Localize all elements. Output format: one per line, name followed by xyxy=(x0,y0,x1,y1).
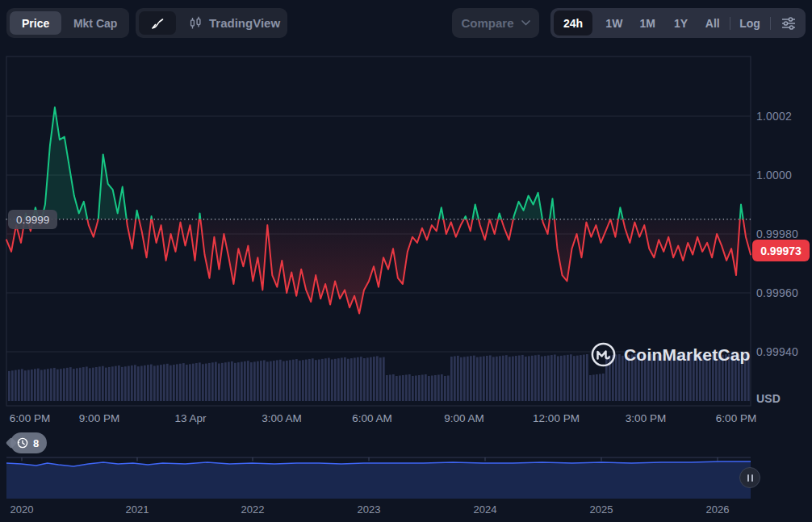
chart-settings-button[interactable] xyxy=(772,17,806,30)
metric-toggle: Price Mkt Cap xyxy=(6,8,129,38)
history-count: 8 xyxy=(33,437,39,449)
y-axis-tick: 0.99960 xyxy=(756,286,798,299)
history-count-badge[interactable]: 8 xyxy=(10,432,47,453)
y-axis-unit: USD xyxy=(756,392,781,405)
line-chart-type-button[interactable] xyxy=(139,11,176,35)
divider xyxy=(730,17,730,30)
chart-type-toggle: TradingView xyxy=(136,8,287,38)
sliders-icon xyxy=(781,17,796,30)
history-scrubber[interactable] xyxy=(6,457,751,499)
x-axis-tick: 3:00 PM xyxy=(626,412,666,424)
candlestick-icon xyxy=(189,16,203,30)
x-axis-tick: 6:00 PM xyxy=(10,412,50,424)
log-scale-toggle[interactable]: Log xyxy=(731,17,768,30)
x-axis-tick: 13 Apr xyxy=(174,412,206,424)
compare-label: Compare xyxy=(461,16,513,30)
watermark: CoinMarketCap xyxy=(590,341,751,368)
scrubber-drag-handle[interactable] xyxy=(739,467,760,488)
x-axis-tick: 6:00 AM xyxy=(352,412,392,424)
range-tab-all[interactable]: All xyxy=(697,17,727,30)
x-axis-tick: 3:00 AM xyxy=(262,412,302,424)
year-label: 2024 xyxy=(474,503,497,516)
clock-history-icon xyxy=(16,436,29,449)
year-label: 2026 xyxy=(706,503,730,516)
range-tab-1m[interactable]: 1M xyxy=(631,17,664,30)
y-axis-tick: 0.99980 xyxy=(756,228,798,240)
reference-price-badge: 0.9999 xyxy=(8,210,57,229)
y-axis-tick: 1.0002 xyxy=(756,110,792,123)
price-toggle-button[interactable]: Price xyxy=(10,11,61,35)
tradingview-label: TradingView xyxy=(209,16,280,30)
year-label: 2020 xyxy=(10,503,34,516)
year-label: 2023 xyxy=(358,503,381,516)
line-chart-icon xyxy=(150,16,165,31)
pause-bars-icon xyxy=(747,474,749,482)
year-label: 2021 xyxy=(126,503,149,516)
x-axis-tick: 12:00 PM xyxy=(533,412,580,424)
mktcap-toggle-button[interactable]: Mkt Cap xyxy=(61,17,129,30)
year-label: 2022 xyxy=(241,503,265,516)
y-axis-tick: 1.0000 xyxy=(756,169,792,182)
current-price-badge: 0.99973 xyxy=(752,240,810,261)
x-axis-tick: 6:00 PM xyxy=(716,412,756,424)
x-axis-tick: 9:00 AM xyxy=(444,412,484,424)
range-tab-1w[interactable]: 1W xyxy=(597,17,630,30)
chevron-down-icon xyxy=(521,20,530,26)
tradingview-chart-type-button[interactable]: TradingView xyxy=(189,16,280,30)
x-axis-tick: 9:00 PM xyxy=(79,412,119,424)
y-axis-tick: 0.99940 xyxy=(756,345,798,358)
watermark-label: CoinMarketCap xyxy=(624,345,751,365)
divider xyxy=(770,17,771,30)
coinmarketcap-logo-icon xyxy=(590,341,617,368)
range-tab-24h[interactable]: 24h xyxy=(554,10,592,35)
compare-button[interactable]: Compare xyxy=(452,8,539,38)
year-label: 2025 xyxy=(590,503,613,516)
range-tab-1y[interactable]: 1Y xyxy=(664,17,697,30)
coinmarketcap-chart-widget: Price Mkt Cap TradingView Compare xyxy=(0,0,812,522)
range-tabs: 24h 1W 1M 1Y All Log xyxy=(550,8,806,38)
